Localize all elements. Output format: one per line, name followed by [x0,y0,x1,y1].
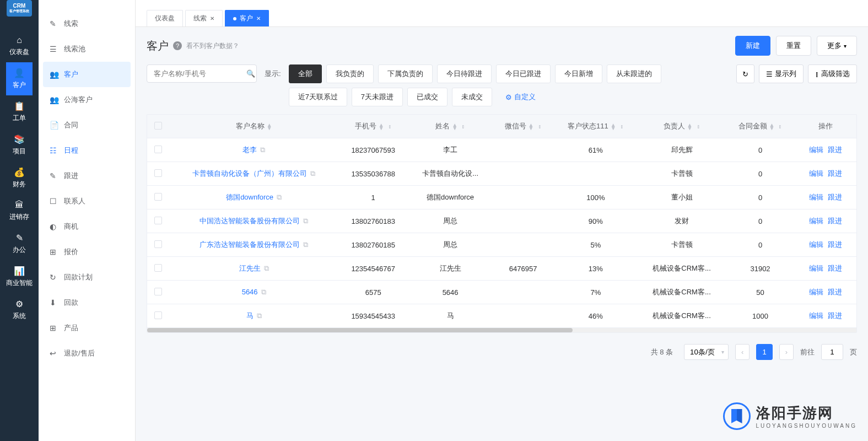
edit-link[interactable]: 编辑 [809,264,823,272]
secondary-nav-item[interactable]: 📄合同 [39,112,135,138]
horizontal-scrollbar[interactable] [147,328,856,332]
primary-nav-item[interactable]: 💰财务 [6,162,33,195]
column-filter-icon[interactable]: ⫾ [462,123,465,130]
show-columns-button[interactable]: ☰ 显示列 [759,64,804,83]
help-text[interactable]: 看不到客户数据？ [186,41,239,51]
secondary-nav-item[interactable]: 👥客户 [43,62,131,87]
copy-icon[interactable]: ⧉ [310,169,315,178]
follow-link[interactable]: 跟进 [828,217,842,225]
search-input[interactable] [154,69,246,78]
row-checkbox[interactable] [154,193,162,201]
close-icon[interactable]: ✕ [210,15,214,21]
refresh-button[interactable]: ↻ [736,64,754,83]
secondary-nav-item[interactable]: ✎跟进 [39,163,135,189]
customer-name-link[interactable]: 江先生 [239,264,261,272]
customer-name-link[interactable]: 德国downforce [226,193,273,201]
primary-nav-item[interactable]: 🏛进销存 [6,195,33,227]
secondary-nav-item[interactable]: ☷日程 [39,138,135,163]
filter-chip[interactable]: 未成交 [452,88,492,106]
copy-icon[interactable]: ⧉ [277,193,282,201]
copy-icon[interactable]: ⧉ [303,240,308,249]
secondary-nav-item[interactable]: ↻回款计划 [39,265,135,290]
column-filter-icon[interactable]: ⫾ [538,123,542,130]
filter-chip[interactable]: 今日待跟进 [437,64,492,83]
close-icon[interactable]: ✕ [256,15,261,21]
edit-link[interactable]: 编辑 [809,169,823,178]
custom-filter-link[interactable]: ⚙ 自定义 [497,88,544,106]
sort-icon[interactable]: ▲▼ [452,123,457,130]
reset-button[interactable]: 重置 [776,36,811,56]
filter-chip[interactable]: 我负责的 [326,64,374,83]
row-checkbox[interactable] [154,311,162,319]
filter-chip[interactable]: 今日已跟进 [496,64,551,83]
filter-chip[interactable]: 下属负责的 [378,64,433,83]
sort-icon[interactable]: ▲▼ [267,123,272,130]
customer-name-link[interactable]: 5646 [242,288,258,296]
edit-link[interactable]: 编辑 [809,217,823,225]
tab[interactable]: 线索✕ [185,10,223,26]
copy-icon[interactable]: ⧉ [303,217,308,225]
edit-link[interactable]: 编辑 [809,311,823,320]
column-header[interactable]: 负责人▲▼⫾ [638,115,726,138]
customer-name-link[interactable]: 马 [246,311,254,320]
secondary-nav-item[interactable]: ☰线索池 [39,36,135,62]
filter-chip[interactable]: 7天未跟进 [352,88,403,106]
row-checkbox[interactable] [154,240,162,248]
row-checkbox[interactable] [154,169,162,177]
column-header[interactable]: 微信号▲▼⫾ [493,115,553,138]
secondary-nav-item[interactable]: ↩退款/售后 [39,341,135,366]
copy-icon[interactable]: ⧉ [257,311,262,320]
edit-link[interactable]: 编辑 [809,146,823,154]
sort-icon[interactable]: ▲▼ [529,123,534,130]
advanced-filter-button[interactable]: ⫿ 高级筛选 [808,64,857,83]
search-icon[interactable]: 🔍 [246,69,255,78]
filter-chip[interactable]: 从未跟进的 [607,64,661,83]
row-checkbox[interactable] [154,288,162,295]
copy-icon[interactable]: ⧉ [264,264,269,272]
next-page-button[interactable]: › [779,344,794,360]
sort-icon[interactable]: ▲▼ [687,123,693,130]
secondary-nav-item[interactable]: ☐联系人 [39,189,135,214]
customer-name-link[interactable]: 广东浩达智能装备股份有限公司 [200,240,300,249]
primary-nav-item[interactable]: 📋工单 [6,95,33,128]
customer-name-link[interactable]: 中国浩达智能装备股份有限公司 [200,217,300,225]
prev-page-button[interactable]: ‹ [735,344,750,360]
column-filter-icon[interactable]: ⫾ [779,123,782,130]
follow-link[interactable]: 跟进 [828,288,842,296]
row-checkbox[interactable] [154,217,162,224]
column-header[interactable]: 操作 [795,115,856,138]
tab[interactable]: 客户✕ [225,10,269,26]
follow-link[interactable]: 跟进 [828,240,842,249]
filter-chip[interactable]: 近7天联系过 [289,88,347,106]
primary-nav-item[interactable]: ✎办公 [6,227,33,260]
copy-icon[interactable]: ⧉ [260,146,265,154]
more-button[interactable]: 更多▾ [817,36,857,56]
column-filter-icon[interactable]: ⫾ [697,123,700,130]
secondary-nav-item[interactable]: ✎线索 [39,11,135,36]
filter-chip[interactable]: 已成交 [407,88,448,106]
customer-name-link[interactable]: 老李 [242,146,257,154]
secondary-nav-item[interactable]: 👥公海客户 [39,87,135,112]
page-size-select[interactable]: 10条/页 [684,344,729,360]
secondary-nav-item[interactable]: ◐商机 [39,214,135,239]
primary-nav-item[interactable]: 📊商业智能 [6,260,33,293]
edit-link[interactable]: 编辑 [809,193,823,201]
column-header[interactable]: 姓名▲▼⫾ [408,115,493,138]
secondary-nav-item[interactable]: ⊞报价 [39,239,135,265]
sort-icon[interactable]: ▲▼ [611,123,616,130]
follow-link[interactable]: 跟进 [828,169,842,178]
goto-input[interactable] [821,344,843,360]
primary-nav-item[interactable]: ⚙系统 [6,293,33,326]
new-button[interactable]: 新建 [735,36,770,56]
follow-link[interactable]: 跟进 [828,193,842,201]
sort-icon[interactable]: ▲▼ [379,123,384,130]
column-header[interactable]: 合同金额▲▼⫾ [725,115,795,138]
tab[interactable]: 仪表盘 [147,10,183,26]
secondary-nav-item[interactable]: ⬇回款 [39,290,135,315]
edit-link[interactable]: 编辑 [809,240,823,249]
column-header[interactable]: 手机号▲▼⫾ [338,115,408,138]
copy-icon[interactable]: ⧉ [261,288,266,296]
help-icon[interactable]: ? [173,41,182,50]
filter-chip[interactable]: 全部 [289,64,322,83]
secondary-nav-item[interactable]: ⊞产品 [39,315,135,341]
